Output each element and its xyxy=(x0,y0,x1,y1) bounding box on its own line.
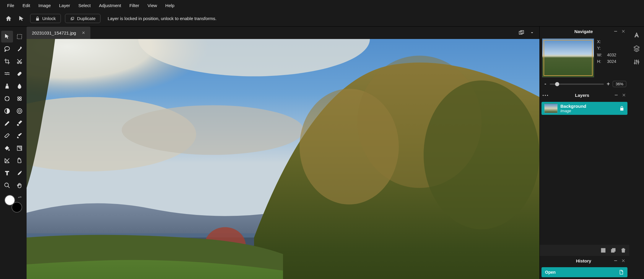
document-tab[interactable]: 20231031_154721.jpg × xyxy=(27,27,90,39)
tab-close-icon[interactable]: × xyxy=(82,30,85,36)
layers-close-icon[interactable] xyxy=(621,92,627,98)
menu-file[interactable]: File xyxy=(3,1,18,10)
lock-icon xyxy=(35,16,40,21)
tool-hand[interactable] xyxy=(14,180,25,191)
history-item-open[interactable]: Open xyxy=(541,267,627,277)
tool-replace[interactable] xyxy=(14,130,25,142)
layers-panel: Layers Background Image xyxy=(540,90,629,256)
navigate-thumbnail[interactable] xyxy=(542,38,594,77)
menu-image[interactable]: Image xyxy=(34,1,55,10)
svg-rect-33 xyxy=(612,248,615,251)
menu-adjustment[interactable]: Adjustment xyxy=(95,1,125,10)
menu-edit[interactable]: Edit xyxy=(18,1,34,10)
right-panels: Navigate X: Y: W:4032 H:3024 - + 36% xyxy=(539,27,629,279)
tool-lasso[interactable] xyxy=(1,43,13,55)
tool-disperse[interactable] xyxy=(1,93,13,105)
navigate-viewport-box[interactable] xyxy=(544,40,593,76)
zoom-in-button[interactable]: + xyxy=(606,81,611,87)
layers-list: Background Image xyxy=(540,100,629,245)
home-button[interactable] xyxy=(4,14,13,23)
tool-sponge[interactable] xyxy=(14,93,25,105)
svg-rect-3 xyxy=(17,71,22,76)
duplicate-button[interactable]: Duplicate xyxy=(65,14,101,23)
tool-zoom[interactable] xyxy=(1,180,13,191)
tool-crop[interactable] xyxy=(1,56,13,67)
tool-marquee[interactable] xyxy=(14,31,25,43)
tool-liquify[interactable] xyxy=(1,68,13,80)
history-close-icon[interactable] xyxy=(620,258,626,264)
tool-clone[interactable] xyxy=(1,80,13,92)
adjust-panel-icon[interactable] xyxy=(632,58,641,66)
left-toolbar xyxy=(0,27,27,279)
history-panel: History Open xyxy=(540,256,629,279)
menu-select[interactable]: Select xyxy=(74,1,95,10)
foreground-color[interactable] xyxy=(4,195,15,205)
layers-options-icon[interactable] xyxy=(542,93,551,97)
tool-blur[interactable] xyxy=(14,80,25,92)
svg-point-36 xyxy=(636,60,637,61)
tool-dodge[interactable] xyxy=(1,105,13,117)
document-icon xyxy=(619,270,624,275)
add-layer-icon[interactable] xyxy=(600,247,606,253)
navigate-close-icon[interactable] xyxy=(620,28,626,34)
svg-rect-0 xyxy=(17,35,22,39)
zoom-out-button[interactable]: - xyxy=(543,81,548,87)
zoom-slider[interactable] xyxy=(550,84,604,85)
tool-pen[interactable] xyxy=(1,118,13,129)
layers-minimize-icon[interactable] xyxy=(613,92,619,98)
svg-rect-30 xyxy=(615,95,617,95)
navigate-minimize-icon[interactable] xyxy=(613,28,619,34)
tool-frame[interactable] xyxy=(14,105,25,117)
zoom-slider-knob[interactable] xyxy=(555,82,559,86)
options-bar: Unlock Duplicate Layer is locked in posi… xyxy=(0,11,644,27)
unlock-button[interactable]: Unlock xyxy=(30,14,61,23)
color-swatches[interactable] xyxy=(4,195,22,213)
nav-w-value: 4032 xyxy=(607,52,616,58)
menu-layer[interactable]: Layer xyxy=(55,1,74,10)
svg-point-13 xyxy=(5,183,9,187)
tool-shape[interactable] xyxy=(1,155,13,167)
svg-point-35 xyxy=(634,63,635,64)
svg-point-5 xyxy=(18,97,19,99)
navigate-title: Navigate xyxy=(554,29,613,34)
swap-colors-icon[interactable] xyxy=(17,195,22,200)
tool-heal[interactable] xyxy=(14,68,25,80)
layer-item-background[interactable]: Background Image xyxy=(541,102,627,115)
right-sidebar xyxy=(629,27,644,279)
history-minimize-icon[interactable] xyxy=(613,258,619,264)
text-panel-icon[interactable] xyxy=(632,31,641,39)
tool-gradient[interactable] xyxy=(14,142,25,154)
nav-h-label: H: xyxy=(597,58,604,65)
duplicate-layer-icon[interactable] xyxy=(610,247,616,253)
svg-point-29 xyxy=(547,95,548,96)
tool-fill[interactable] xyxy=(1,142,13,154)
tool-wand[interactable] xyxy=(14,43,25,55)
history-title: History xyxy=(554,258,613,263)
tool-bucket[interactable] xyxy=(14,155,25,167)
pointer-icon[interactable] xyxy=(17,14,26,23)
window-dropdown-icon[interactable] xyxy=(528,28,536,37)
tool-pointer[interactable] xyxy=(1,31,13,43)
tool-picker[interactable] xyxy=(14,167,25,179)
history-panel-header: History xyxy=(540,256,629,265)
svg-point-6 xyxy=(20,97,22,99)
history-item-label: Open xyxy=(545,270,556,275)
tool-eraser[interactable] xyxy=(1,130,13,142)
tool-cut[interactable] xyxy=(14,56,25,67)
zoom-value[interactable]: 36% xyxy=(613,81,626,87)
tool-text[interactable] xyxy=(1,167,13,179)
svg-point-7 xyxy=(18,99,19,101)
duplicate-icon xyxy=(70,16,75,21)
menu-filter[interactable]: Filter xyxy=(125,1,143,10)
layer-status-text: Layer is locked in position, unlock to e… xyxy=(108,16,217,21)
tool-brush[interactable] xyxy=(14,118,25,129)
window-arrange-icon[interactable] xyxy=(517,28,526,37)
delete-layer-icon[interactable] xyxy=(620,247,626,253)
svg-point-37 xyxy=(638,61,639,63)
layer-lock-icon[interactable] xyxy=(619,106,625,111)
canvas[interactable] xyxy=(27,39,539,279)
menu-view[interactable]: View xyxy=(143,1,161,10)
layers-stack-icon[interactable] xyxy=(632,44,641,53)
menu-help[interactable]: Help xyxy=(161,1,179,10)
duplicate-label: Duplicate xyxy=(77,16,96,21)
